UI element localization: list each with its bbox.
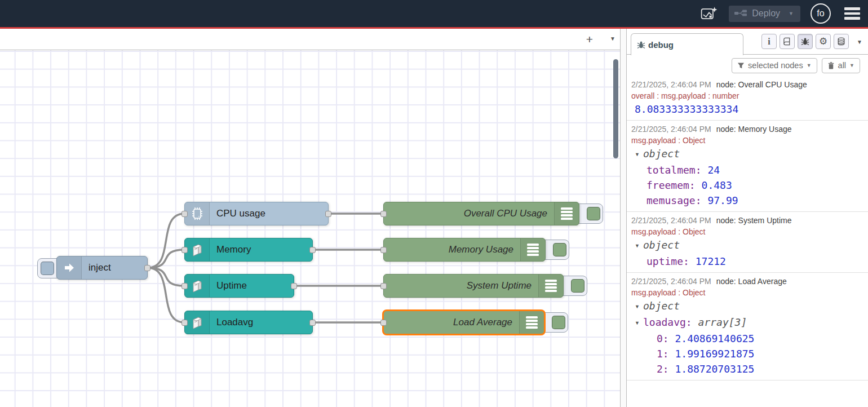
input-port[interactable] (181, 283, 188, 289)
node-label: CPU usage (210, 208, 328, 219)
input-port[interactable] (380, 283, 387, 289)
message-property-path: msg.payload : Object (631, 287, 863, 298)
filter-caret-icon: ▼ (807, 63, 812, 68)
flow-node-inject[interactable]: inject (56, 256, 148, 280)
property-key: loadavg: (643, 316, 698, 328)
flow-node-load-average[interactable]: Load Average (383, 311, 544, 334)
avatar-initials: fo (817, 8, 824, 19)
message-timestamp: 2/21/2025, 2:46:04 PM (631, 216, 711, 225)
message-meta: 2/21/2025, 2:46:04 PMnode: Load Average (631, 276, 863, 287)
message-timestamp: 2/21/2025, 2:46:04 PM (631, 80, 711, 89)
ai-assistant-icon[interactable] (699, 5, 719, 22)
property-value: 8.083333333333334 (635, 103, 738, 115)
output-port[interactable] (325, 211, 331, 217)
info-tab-button[interactable]: i (761, 34, 777, 49)
output-port[interactable] (291, 283, 297, 289)
bug-icon (801, 37, 809, 46)
user-avatar[interactable]: fo (811, 3, 831, 24)
computer-tower-icon (185, 311, 210, 334)
database-icon (837, 37, 845, 46)
node-label: System Uptime (384, 280, 538, 291)
expand-caret-icon[interactable]: ▼ (635, 316, 643, 331)
input-port[interactable] (380, 320, 387, 326)
message-property-path: msg.payload : Object (631, 226, 863, 237)
message-node-name[interactable]: node: Load Average (716, 277, 787, 286)
flow-node-uptime[interactable]: Uptime (184, 274, 294, 298)
message-meta: 2/21/2025, 2:46:04 PMnode: Memory Usage (631, 123, 863, 135)
property-key: freemem: (646, 179, 702, 191)
property-value: 17212 (696, 255, 726, 267)
node-label: Memory (210, 244, 312, 255)
property-key: memusage: (646, 194, 707, 206)
inject-arrow-icon (57, 256, 82, 279)
property-key: uptime: (646, 255, 696, 267)
bug-icon (637, 41, 645, 49)
property-value: 0.483 (702, 179, 732, 191)
flow-node-memory[interactable]: Memory (184, 238, 313, 262)
debug-list-icon (520, 238, 545, 261)
output-port[interactable] (309, 320, 316, 326)
property-value: 24 (707, 164, 720, 176)
property-key: totalmem: (646, 164, 707, 176)
clear-caret-icon: ▼ (849, 63, 854, 68)
add-flow-button[interactable]: + (582, 32, 597, 47)
expand-caret-icon[interactable]: ▼ (635, 238, 643, 254)
sidebar-menu-caret-icon[interactable]: ▼ (857, 39, 862, 45)
message-node-name[interactable]: node: Memory Usage (716, 125, 792, 134)
message-property-path: overall : msg.payload : number (631, 90, 863, 101)
clear-messages-button[interactable]: all ▼ (822, 58, 860, 73)
object-literal: object (643, 239, 680, 251)
filter-nodes-button[interactable]: selected nodes ▼ (732, 58, 817, 73)
debug-message: 2/21/2025, 2:46:04 PMnode: Load Averagem… (627, 273, 868, 381)
input-port[interactable] (181, 320, 188, 326)
main-menu-button[interactable] (844, 7, 860, 20)
property-value: 1.99169921875 (675, 348, 755, 360)
message-node-name[interactable]: node: System Uptime (716, 216, 792, 225)
debug-message: 2/21/2025, 2:46:04 PMnode: Memory Usagem… (627, 121, 868, 212)
flow-node-overall-cpu-usage[interactable]: Overall CPU Usage (383, 202, 579, 225)
output-port[interactable] (144, 265, 150, 271)
input-port[interactable] (380, 211, 387, 217)
deploy-button[interactable]: Deploy ▼ (729, 6, 800, 22)
debug-enable-pad (553, 243, 566, 256)
trash-icon (827, 61, 835, 70)
message-value-row: 8.083333333333334 (631, 101, 863, 117)
context-tab-button[interactable] (834, 34, 849, 49)
funnel-icon (737, 62, 745, 69)
expand-caret-icon[interactable]: ▼ (635, 299, 643, 315)
sidebar-splitter[interactable] (620, 29, 627, 407)
flow-list-caret-icon[interactable]: ▼ (610, 36, 615, 42)
flow-node-memory-usage[interactable]: Memory Usage (383, 238, 546, 262)
input-port[interactable] (380, 247, 387, 253)
debug-message-list: 2/21/2025, 2:46:04 PMnode: Overall CPU U… (627, 76, 868, 407)
input-port[interactable] (181, 247, 188, 253)
deploy-caret-icon[interactable]: ▼ (789, 11, 794, 16)
tab-debug[interactable]: debug (631, 33, 743, 55)
flow-node-loadavg[interactable]: Loadavg (184, 311, 313, 334)
message-value-row: memusage: 97.99 (631, 193, 863, 208)
node-label: Overall CPU Usage (384, 208, 554, 219)
config-tab-button[interactable]: ⚙ (816, 34, 831, 49)
inject-trigger-pad (41, 262, 54, 275)
object-literal: object (643, 148, 680, 160)
flow-node-cpu-usage[interactable]: CPU usage (184, 202, 329, 225)
node-label: Memory Usage (384, 244, 520, 255)
flow-node-system-uptime[interactable]: System Uptime (383, 274, 564, 298)
debug-message: 2/21/2025, 2:46:04 PMnode: System Uptime… (627, 212, 868, 273)
header: Deploy ▼ fo (0, 0, 868, 27)
property-key: 1: (657, 348, 675, 360)
debug-list-icon (538, 275, 563, 297)
message-property-path: msg.payload : Object (631, 135, 863, 146)
book-icon (783, 37, 791, 46)
message-node-name[interactable]: node: Overall CPU Usage (716, 80, 807, 89)
input-port[interactable] (181, 211, 188, 217)
deploy-label: Deploy (752, 8, 780, 19)
help-tab-button[interactable] (780, 34, 795, 49)
expand-caret-icon[interactable]: ▼ (635, 147, 643, 162)
flow-canvas[interactable]: inject CPU usage (0, 50, 620, 407)
output-port[interactable] (309, 247, 316, 253)
tab-debug-label: debug (648, 40, 674, 50)
debug-tab-button[interactable] (798, 34, 813, 49)
message-value-row: 2: 1.88720703125 (631, 361, 863, 377)
canvas-vertical-scrollbar[interactable] (613, 59, 618, 158)
